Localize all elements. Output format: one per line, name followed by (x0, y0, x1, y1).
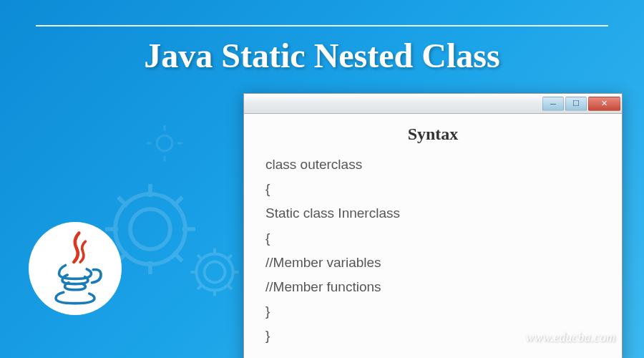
code-line: { (265, 226, 600, 251)
gear-icon (143, 122, 186, 165)
svg-point-4 (157, 135, 172, 151)
maximize-button[interactable]: ☐ (565, 97, 587, 111)
code-line: class outerclass (265, 153, 600, 177)
code-line: //Member variables (265, 251, 600, 275)
svg-point-0 (130, 209, 170, 249)
window-titlebar: ─ ☐ ✕ (244, 94, 622, 114)
syntax-heading: Syntax (265, 125, 600, 144)
code-line: } (265, 299, 600, 324)
java-logo-icon (29, 222, 122, 315)
close-button[interactable]: ✕ (588, 97, 620, 111)
svg-point-2 (205, 262, 225, 283)
website-url: www.educba.com (525, 330, 615, 345)
minimize-button[interactable]: ─ (542, 97, 564, 111)
code-line: Static class Innerclass (265, 201, 600, 226)
title-divider (36, 25, 608, 26)
code-line: //Member functions (265, 275, 600, 299)
gear-icon (186, 243, 243, 301)
page-title: Java Static Nested Class (0, 36, 644, 75)
window-content: Syntax class outerclass { Static class I… (244, 114, 622, 358)
code-window: ─ ☐ ✕ Syntax class outerclass { Static c… (243, 93, 623, 358)
code-line: { (265, 177, 600, 201)
